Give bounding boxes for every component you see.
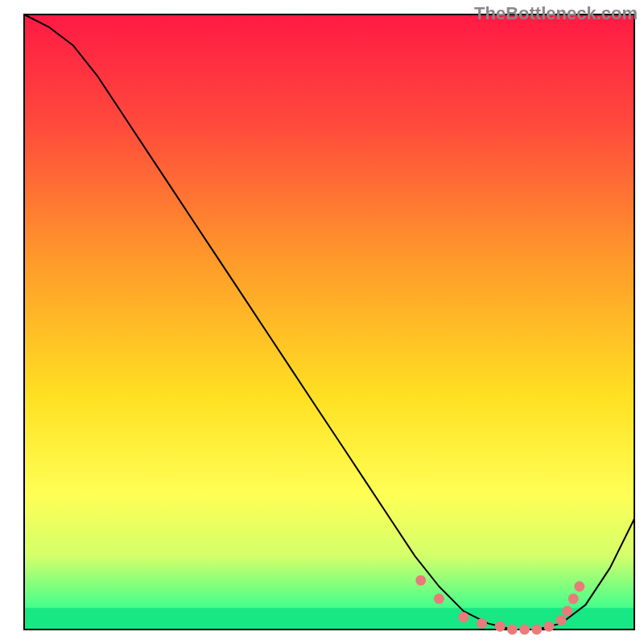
marker-dot [543,621,554,632]
marker-dot [562,606,572,617]
marker-dot [477,618,487,629]
watermark-text: TheBottleneck.com [474,3,638,24]
chart-container: TheBottleneck.com [0,0,644,644]
marker-dot [574,581,584,592]
gradient-background [24,14,634,630]
marker-dot [507,625,518,635]
marker-dot [556,615,567,625]
marker-dot [458,612,469,622]
green-band [24,608,634,630]
marker-dot [568,593,579,604]
marker-dot [495,621,506,632]
marker-dot [434,593,444,604]
marker-dot [415,575,426,585]
chart-svg [0,0,644,644]
marker-dot [519,625,530,635]
marker-dot [531,625,542,635]
